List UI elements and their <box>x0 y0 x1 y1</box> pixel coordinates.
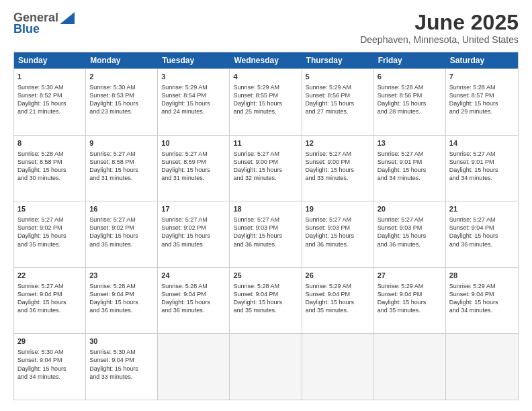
day-number: 7 <box>449 72 515 82</box>
calendar-header-cell: Monday <box>86 52 158 68</box>
day-number: 3 <box>161 72 226 82</box>
day-number: 19 <box>306 204 370 214</box>
logo-triangle-icon <box>60 12 75 24</box>
cell-details: Sunrise: 5:27 AMSunset: 9:01 PMDaylight:… <box>378 150 442 183</box>
cell-details: Sunrise: 5:30 AMSunset: 8:52 PMDaylight:… <box>17 83 82 116</box>
page: General Blue June 2025 Deephaven, Minnes… <box>0 0 532 411</box>
month-year-title: June 2025 <box>360 11 519 34</box>
day-number: 24 <box>161 271 226 281</box>
calendar-cell: 20Sunrise: 5:27 AMSunset: 9:03 PMDayligh… <box>374 201 446 267</box>
day-number: 18 <box>233 204 298 214</box>
calendar-cell: 1Sunrise: 5:30 AMSunset: 8:52 PMDaylight… <box>14 69 86 135</box>
calendar-cell: 6Sunrise: 5:28 AMSunset: 8:56 PMDaylight… <box>374 69 446 135</box>
calendar-cell: 3Sunrise: 5:29 AMSunset: 8:54 PMDaylight… <box>158 69 230 135</box>
day-number: 27 <box>378 271 442 281</box>
calendar-cell: 10Sunrise: 5:27 AMSunset: 8:59 PMDayligh… <box>158 136 230 201</box>
day-number: 5 <box>306 72 370 82</box>
day-number: 21 <box>449 204 515 214</box>
calendar-header-cell: Wednesday <box>230 52 302 68</box>
calendar-body: 1Sunrise: 5:30 AMSunset: 8:52 PMDaylight… <box>14 68 518 400</box>
calendar-cell: 27Sunrise: 5:29 AMSunset: 9:04 PMDayligh… <box>374 268 446 334</box>
logo: General Blue <box>13 11 75 36</box>
cell-details: Sunrise: 5:27 AMSunset: 9:00 PMDaylight:… <box>306 150 370 183</box>
calendar-cell: 5Sunrise: 5:29 AMSunset: 8:56 PMDaylight… <box>302 69 374 135</box>
calendar-cell <box>374 334 446 400</box>
day-number: 6 <box>378 72 442 82</box>
day-number: 30 <box>89 336 154 347</box>
calendar-header-cell: Friday <box>374 52 446 68</box>
day-number: 13 <box>378 138 442 148</box>
cell-details: Sunrise: 5:27 AMSunset: 9:00 PMDaylight:… <box>233 150 298 183</box>
calendar-row: 15Sunrise: 5:27 AMSunset: 9:02 PMDayligh… <box>14 201 518 267</box>
cell-details: Sunrise: 5:27 AMSunset: 9:04 PMDaylight:… <box>449 216 515 248</box>
location-subtitle: Deephaven, Minnesota, United States <box>360 34 519 45</box>
calendar-cell: 16Sunrise: 5:27 AMSunset: 9:02 PMDayligh… <box>86 201 158 267</box>
calendar-cell: 30Sunrise: 5:30 AMSunset: 9:04 PMDayligh… <box>86 334 158 400</box>
header: General Blue June 2025 Deephaven, Minnes… <box>13 11 519 45</box>
calendar-header: SundayMondayTuesdayWednesdayThursdayFrid… <box>14 52 518 68</box>
cell-details: Sunrise: 5:29 AMSunset: 8:56 PMDaylight:… <box>306 83 370 116</box>
calendar-cell <box>230 334 302 400</box>
day-number: 23 <box>89 271 154 281</box>
cell-details: Sunrise: 5:27 AMSunset: 9:02 PMDaylight:… <box>161 216 226 248</box>
calendar-cell: 26Sunrise: 5:29 AMSunset: 9:04 PMDayligh… <box>302 268 374 334</box>
cell-details: Sunrise: 5:27 AMSunset: 9:02 PMDaylight:… <box>17 216 82 248</box>
calendar-cell: 17Sunrise: 5:27 AMSunset: 9:02 PMDayligh… <box>158 201 230 267</box>
calendar-header-cell: Saturday <box>446 52 518 68</box>
day-number: 15 <box>17 204 82 214</box>
calendar-cell: 7Sunrise: 5:28 AMSunset: 8:57 PMDaylight… <box>446 69 518 135</box>
calendar-cell: 13Sunrise: 5:27 AMSunset: 9:01 PMDayligh… <box>374 136 446 201</box>
day-number: 1 <box>17 72 82 82</box>
cell-details: Sunrise: 5:28 AMSunset: 9:04 PMDaylight:… <box>161 282 226 315</box>
day-number: 9 <box>89 138 154 148</box>
cell-details: Sunrise: 5:29 AMSunset: 8:54 PMDaylight:… <box>161 83 226 116</box>
calendar-header-cell: Thursday <box>302 52 374 68</box>
cell-details: Sunrise: 5:28 AMSunset: 8:57 PMDaylight:… <box>449 83 515 116</box>
cell-details: Sunrise: 5:27 AMSunset: 9:03 PMDaylight:… <box>233 216 298 248</box>
cell-details: Sunrise: 5:28 AMSunset: 8:58 PMDaylight:… <box>17 150 82 183</box>
calendar-header-cell: Sunday <box>14 52 86 68</box>
day-number: 16 <box>89 204 154 214</box>
cell-details: Sunrise: 5:27 AMSunset: 9:03 PMDaylight:… <box>306 216 370 248</box>
cell-details: Sunrise: 5:30 AMSunset: 8:53 PMDaylight:… <box>89 83 154 116</box>
cell-details: Sunrise: 5:27 AMSunset: 9:04 PMDaylight:… <box>17 282 82 315</box>
calendar-cell <box>446 334 518 400</box>
day-number: 25 <box>233 271 298 281</box>
cell-details: Sunrise: 5:27 AMSunset: 9:03 PMDaylight:… <box>378 216 442 248</box>
calendar-cell: 15Sunrise: 5:27 AMSunset: 9:02 PMDayligh… <box>14 201 86 267</box>
day-number: 14 <box>449 138 515 148</box>
calendar-row: 8Sunrise: 5:28 AMSunset: 8:58 PMDaylight… <box>14 135 518 201</box>
cell-details: Sunrise: 5:30 AMSunset: 9:04 PMDaylight:… <box>89 348 154 381</box>
calendar-cell: 4Sunrise: 5:29 AMSunset: 8:55 PMDaylight… <box>230 69 302 135</box>
cell-details: Sunrise: 5:27 AMSunset: 8:59 PMDaylight:… <box>161 150 226 183</box>
day-number: 20 <box>378 204 442 214</box>
calendar-cell: 28Sunrise: 5:29 AMSunset: 9:04 PMDayligh… <box>446 268 518 334</box>
calendar-cell: 12Sunrise: 5:27 AMSunset: 9:00 PMDayligh… <box>302 136 374 201</box>
calendar-cell: 14Sunrise: 5:27 AMSunset: 9:01 PMDayligh… <box>446 136 518 201</box>
calendar-row: 1Sunrise: 5:30 AMSunset: 8:52 PMDaylight… <box>14 68 518 135</box>
cell-details: Sunrise: 5:29 AMSunset: 9:04 PMDaylight:… <box>449 282 515 315</box>
cell-details: Sunrise: 5:29 AMSunset: 9:04 PMDaylight:… <box>306 282 370 315</box>
calendar-cell: 21Sunrise: 5:27 AMSunset: 9:04 PMDayligh… <box>446 201 518 267</box>
day-number: 17 <box>161 204 226 214</box>
cell-details: Sunrise: 5:30 AMSunset: 9:04 PMDaylight:… <box>17 348 82 381</box>
calendar-cell <box>158 334 230 400</box>
cell-details: Sunrise: 5:28 AMSunset: 8:56 PMDaylight:… <box>378 83 442 116</box>
calendar-header-cell: Tuesday <box>158 52 230 68</box>
cell-details: Sunrise: 5:29 AMSunset: 8:55 PMDaylight:… <box>233 83 298 116</box>
day-number: 2 <box>89 72 154 82</box>
logo-blue-text: Blue <box>13 22 40 36</box>
calendar-cell: 23Sunrise: 5:28 AMSunset: 9:04 PMDayligh… <box>86 268 158 334</box>
calendar-cell <box>302 334 374 400</box>
calendar-cell: 8Sunrise: 5:28 AMSunset: 8:58 PMDaylight… <box>14 136 86 201</box>
day-number: 12 <box>306 138 370 148</box>
calendar-cell: 29Sunrise: 5:30 AMSunset: 9:04 PMDayligh… <box>14 334 86 400</box>
day-number: 4 <box>233 72 298 82</box>
calendar-cell: 9Sunrise: 5:27 AMSunset: 8:58 PMDaylight… <box>86 136 158 201</box>
cell-details: Sunrise: 5:27 AMSunset: 9:01 PMDaylight:… <box>449 150 515 183</box>
day-number: 26 <box>306 271 370 281</box>
calendar-cell: 25Sunrise: 5:28 AMSunset: 9:04 PMDayligh… <box>230 268 302 334</box>
day-number: 11 <box>233 138 298 148</box>
cell-details: Sunrise: 5:27 AMSunset: 9:02 PMDaylight:… <box>89 216 154 248</box>
calendar-cell: 18Sunrise: 5:27 AMSunset: 9:03 PMDayligh… <box>230 201 302 267</box>
